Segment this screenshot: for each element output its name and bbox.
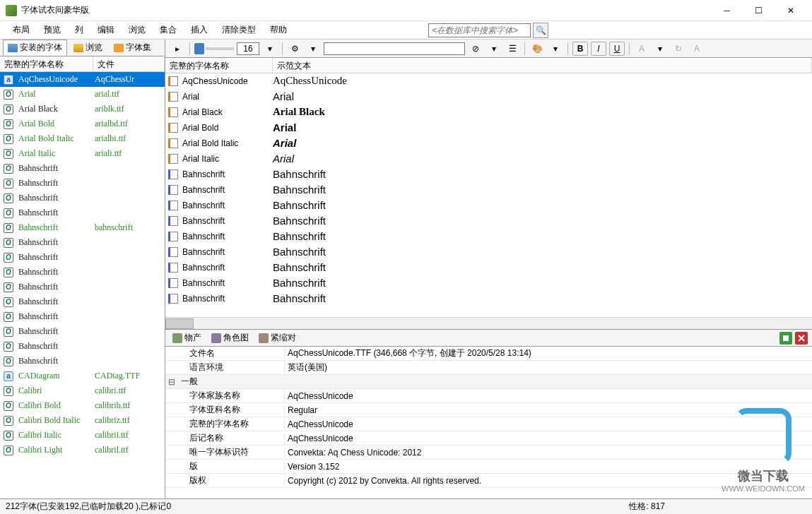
preview-row[interactable]: Arial ItalicArial <box>165 151 812 167</box>
list-item[interactable]: OArial Italicariali.ttf <box>0 146 165 161</box>
menu-columns[interactable]: 列 <box>68 22 90 38</box>
menu-edit[interactable]: 编辑 <box>90 22 122 38</box>
rotate-icon[interactable]: ↻ <box>671 42 686 56</box>
list-item[interactable]: OArial Blackariblk.ttf <box>0 102 165 116</box>
list-item[interactable]: aCADiagramCADiag.TTF <box>0 369 165 383</box>
dropdown-icon[interactable]: ▾ <box>305 42 321 56</box>
col-preview-sample[interactable]: 示范文本 <box>273 58 812 73</box>
maximize-button[interactable]: ☐ <box>743 1 775 20</box>
preview-row[interactable]: Arial Bold ItalicArial <box>165 136 812 151</box>
font-icon[interactable]: A <box>689 42 705 56</box>
list-item[interactable]: OBahnschrift <box>0 265 165 280</box>
list-item[interactable]: OBahnschrift <box>0 161 165 176</box>
list-item[interactable]: OCalibri Lightcalibril.ttf <box>0 443 165 458</box>
list-item[interactable]: OBahnschrift <box>0 280 165 294</box>
close-button[interactable]: ✕ <box>775 1 806 20</box>
col-file[interactable]: 文件 <box>93 56 165 71</box>
tab-properties[interactable]: 物产 <box>170 330 204 345</box>
preview-row[interactable]: BahnschriftBahnschrift <box>165 167 812 182</box>
tab-charmap[interactable]: 角色图 <box>208 330 252 345</box>
tab-browse[interactable]: 浏览 <box>69 40 107 56</box>
export-button[interactable] <box>779 332 792 345</box>
list-item[interactable]: OArialarial.ttf <box>0 87 165 102</box>
menu-layout[interactable]: 布局 <box>6 22 37 38</box>
preview-row[interactable]: BahnschriftBahnschrift <box>165 198 812 213</box>
checkbox[interactable] <box>168 263 178 273</box>
checkbox[interactable] <box>168 107 178 117</box>
list-icon[interactable]: ☰ <box>505 42 520 56</box>
search-input[interactable] <box>428 23 531 37</box>
col-preview-name[interactable]: 完整的字体名称 <box>165 58 273 73</box>
checkbox[interactable] <box>168 201 178 210</box>
checkbox[interactable] <box>168 247 178 257</box>
clear-button[interactable]: ⊘ <box>468 42 483 56</box>
preview-row[interactable]: BahnschriftBahnschrift <box>165 291 812 306</box>
preview-row[interactable]: BahnschriftBahnschrift <box>165 244 812 260</box>
list-item[interactable]: OBahnschriftbahnschrift <box>0 220 165 235</box>
list-item[interactable]: OBahnschrift <box>0 309 165 324</box>
list-item[interactable]: OBahnschrift <box>0 324 165 339</box>
close-panel-button[interactable] <box>795 332 808 345</box>
preview-row[interactable]: ArialArial <box>165 89 812 104</box>
checkbox[interactable] <box>168 185 178 195</box>
list-item[interactable]: OBahnschrift <box>0 250 165 265</box>
list-item[interactable]: OCalibri Italiccalibrii.ttf <box>0 428 165 443</box>
nav-button[interactable]: ▸ <box>170 42 185 56</box>
color-button[interactable]: A <box>634 42 649 56</box>
dropdown3[interactable]: ▾ <box>548 42 563 56</box>
list-item[interactable]: OBahnschrift <box>0 354 165 369</box>
sample-text-input[interactable] <box>324 42 465 55</box>
font-list[interactable]: aAqChessUnicodeAqChessUrOArialarial.ttfO… <box>0 72 165 498</box>
dropdown4[interactable]: ▾ <box>652 42 668 56</box>
size-slider[interactable] <box>194 43 204 54</box>
bold-button[interactable]: B <box>572 42 588 56</box>
menu-browse[interactable]: 浏览 <box>122 22 153 38</box>
preview-row[interactable]: AqChessUnicodeAqChessUnicode <box>165 73 812 89</box>
list-item[interactable]: OBahnschrift <box>0 191 165 205</box>
checkbox[interactable] <box>168 138 178 148</box>
menu-cleartype[interactable]: 清除类型 <box>215 22 263 38</box>
preview-list[interactable]: AqChessUnicodeAqChessUnicodeArialArialAr… <box>165 73 812 317</box>
list-item[interactable]: OCalibri Boldcalibrib.ttf <box>0 398 165 413</box>
dropdown2[interactable]: ▾ <box>486 42 502 56</box>
property-row[interactable]: 唯一字体标识符Convekta: Aq Chess Unicode: 2012 <box>165 446 812 460</box>
tab-fontset[interactable]: 字体集 <box>109 40 156 56</box>
checkbox[interactable] <box>168 278 178 288</box>
property-row[interactable]: 字体亚科名称Regular <box>165 403 812 417</box>
search-button[interactable]: 🔍 <box>533 23 548 38</box>
list-item[interactable]: OBahnschrift <box>0 205 165 220</box>
preview-row[interactable]: BahnschriftBahnschrift <box>165 182 812 198</box>
list-item[interactable]: OArial Boldarialbd.ttf <box>0 116 165 131</box>
minimize-button[interactable]: ─ <box>711 1 743 20</box>
property-group[interactable]: ⊟一般 <box>165 375 812 389</box>
list-item[interactable]: OBahnschrift <box>0 176 165 191</box>
preview-row[interactable]: BahnschriftBahnschrift <box>165 275 812 291</box>
collapse-icon[interactable]: ⊟ <box>165 377 178 387</box>
preview-row[interactable]: BahnschriftBahnschrift <box>165 260 812 275</box>
list-item[interactable]: aAqChessUnicodeAqChessUr <box>0 72 165 87</box>
menu-help[interactable]: 帮助 <box>263 22 294 38</box>
menu-insert[interactable]: 插入 <box>184 22 215 38</box>
list-item[interactable]: OBahnschrift <box>0 235 165 250</box>
property-row[interactable]: 版权Copyright (c) 2012 by Convekta. All ri… <box>165 474 812 488</box>
properties-grid[interactable]: 文件名AqChessUnicode.TTF (346,668 个字节, 创建于 … <box>165 347 812 498</box>
col-name[interactable]: 完整的字体名称 <box>0 56 93 71</box>
horizontal-scrollbar[interactable] <box>165 317 812 329</box>
preview-row[interactable]: BahnschriftBahnschrift <box>165 213 812 229</box>
list-item[interactable]: OArial Bold Italicarialbi.ttf <box>0 131 165 146</box>
menu-collection[interactable]: 集合 <box>153 22 184 38</box>
checkbox[interactable] <box>168 76 178 86</box>
italic-button[interactable]: I <box>591 42 606 56</box>
checkbox[interactable] <box>168 154 178 164</box>
list-item[interactable]: OCalibricalibri.ttf <box>0 383 165 398</box>
checkbox[interactable] <box>168 123 178 133</box>
property-row[interactable]: 字体家族名称AqChessUnicode <box>165 389 812 403</box>
palette-icon[interactable]: 🎨 <box>529 42 545 56</box>
checkbox[interactable] <box>168 294 178 304</box>
tab-installed[interactable]: 安装的字体 <box>3 40 67 56</box>
list-item[interactable]: OBahnschrift <box>0 294 165 309</box>
property-row[interactable]: 版Version 3.152 <box>165 460 812 474</box>
wheel-icon[interactable]: ⚙ <box>287 42 302 56</box>
tab-kerning[interactable]: 紧缩对 <box>256 330 299 345</box>
preview-row[interactable]: Arial BoldArial <box>165 120 812 136</box>
